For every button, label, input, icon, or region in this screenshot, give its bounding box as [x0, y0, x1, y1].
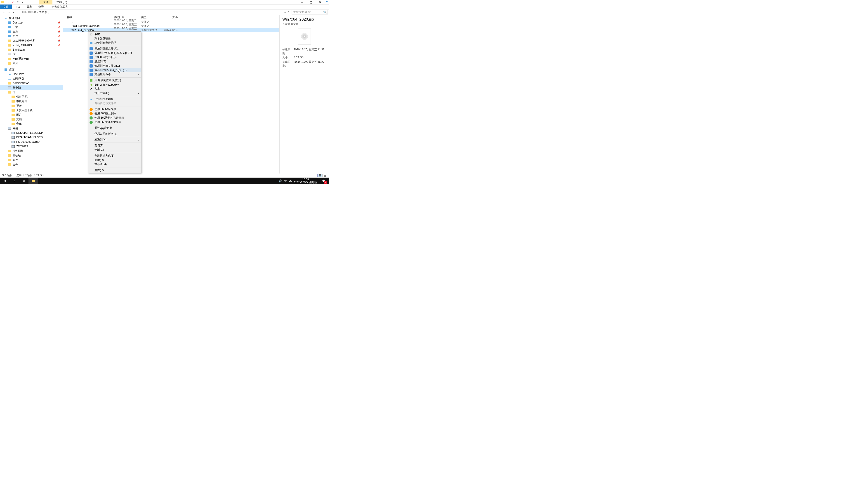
close-icon[interactable]: ✕	[11, 0, 14, 4]
menu-item[interactable]: ↗ 共享	[88, 87, 141, 91]
tree-item[interactable]: ☁ OneDrive	[0, 72, 63, 76]
view-details-button[interactable]: ☰	[317, 174, 322, 177]
refresh-icon[interactable]: ⟳	[287, 11, 290, 14]
breadcrumb[interactable]: › 此电脑 › 文档 (E:) › ⌄ ⟳	[21, 10, 291, 14]
tree-item[interactable]: 此电脑	[0, 86, 63, 90]
tree-item[interactable]: 文档📌	[0, 29, 63, 34]
back-button[interactable]: ←	[1, 10, 6, 14]
help-button[interactable]: ?	[324, 0, 329, 4]
tree-item[interactable]: YUNQISHI2019📌	[0, 43, 63, 47]
menu-item[interactable]: 刻录光盘映像	[88, 36, 141, 41]
menu-item[interactable]: 用 蜂蜜浏览器 浏览(3)	[88, 78, 141, 83]
up-button[interactable]: ↑	[16, 10, 20, 14]
chevron-down-icon[interactable]: ⌄	[284, 11, 286, 14]
ribbon-context-tab[interactable]: 管理	[39, 0, 53, 4]
menu-item[interactable]: 通过QQ发送到	[88, 126, 141, 130]
view-icons-button[interactable]: ▦	[322, 174, 327, 177]
column-size[interactable]: 大小	[164, 15, 180, 19]
tree-item[interactable]: 图片	[0, 112, 63, 117]
network-icon[interactable]: 🖧	[289, 180, 292, 183]
column-date[interactable]: 修改日期	[114, 15, 141, 19]
volume-icon[interactable]: 🔊	[278, 180, 282, 183]
menu-item[interactable]: ◆ Edit with Notepad++	[88, 83, 141, 87]
menu-item[interactable]: 复制(C)	[88, 148, 141, 152]
tree-item[interactable]: 文件	[0, 162, 63, 167]
tree-item[interactable]: ☁ WPS网盘	[0, 76, 63, 81]
tree-item[interactable]: Bandicam	[0, 47, 63, 52]
tree-item[interactable]: 保存的图片	[0, 94, 63, 99]
ime-indicator[interactable]: 中	[284, 179, 287, 183]
ribbon-tab-share[interactable]: 共享	[24, 4, 35, 9]
tree-item[interactable]: G:\	[0, 52, 63, 57]
file-row[interactable]: 1 2020/12/15, 星期二 1...文件夹	[63, 20, 279, 24]
maximize-button[interactable]: ▢	[307, 0, 315, 4]
menu-item[interactable]: 还原以前的版本(V)	[88, 132, 141, 136]
menu-item[interactable]: 解压到当前文件夹(X)	[88, 64, 141, 68]
tree-item[interactable]: 文档	[0, 117, 63, 122]
start-button[interactable]: ⊞	[0, 177, 9, 184]
tree-item[interactable]: 图片📌	[0, 34, 63, 38]
tree-item[interactable]: excel表格制作求和📌	[0, 38, 63, 43]
forward-button[interactable]: →	[7, 10, 11, 14]
tree-desktop[interactable]: 桌面	[0, 67, 63, 72]
menu-item[interactable]: 剪切(T)	[88, 143, 141, 148]
save-icon[interactable]: ▭	[6, 0, 9, 4]
menu-item[interactable]: 添加到 "Win7x64_2020.zip" (T)	[88, 51, 141, 55]
clock[interactable]: 16:32 2020/12/25, 星期五	[294, 178, 317, 184]
tree-item[interactable]: Administrator	[0, 81, 63, 86]
menu-item[interactable]: 创建快捷方式(S)	[88, 154, 141, 158]
tree-item[interactable]: 软件	[0, 158, 63, 162]
menu-item[interactable]: 其他压缩命令 ▸	[88, 72, 141, 76]
tree-item[interactable]: 视频	[0, 103, 63, 108]
menu-item[interactable]: 使用 360管理右键菜单	[88, 120, 141, 124]
minimize-button[interactable]: ―	[298, 0, 307, 4]
tree-item[interactable]: 库	[0, 90, 63, 94]
close-button[interactable]: ✕	[315, 0, 324, 4]
menu-item[interactable]: ☁ 上传到百度网盘	[88, 97, 141, 101]
menu-item[interactable]: 解压到(F)...	[88, 59, 141, 64]
dropdown-icon[interactable]: ▾	[21, 0, 24, 4]
tree-item[interactable]: 下载📌	[0, 25, 63, 29]
tree-item[interactable]: ZMT2019	[0, 144, 63, 149]
tree-item[interactable]: DESKTOP-NJEU3CG	[0, 135, 63, 140]
menu-item[interactable]: 使用 360进行木马云查杀	[88, 116, 141, 120]
tree-item[interactable]: win7重装win7	[0, 57, 63, 61]
tree-item[interactable]: 天翼云盘下载	[0, 108, 63, 112]
search-button[interactable]: ⌕	[9, 177, 19, 184]
menu-item[interactable]: 上传到有道云笔记	[88, 41, 141, 45]
tree-quick-access[interactable]: ★ 快速访问	[0, 16, 63, 20]
undo-icon[interactable]: ↶	[16, 0, 20, 4]
column-name[interactable]: 名称	[63, 15, 114, 19]
ribbon-tab-view[interactable]: 查看	[35, 4, 47, 9]
tree-item[interactable]: 图片	[0, 61, 63, 66]
menu-item[interactable]: 属性(R)	[88, 168, 141, 172]
explorer-taskbar-button[interactable]	[29, 177, 38, 184]
task-view-button[interactable]: ⧉	[19, 177, 29, 184]
column-type[interactable]: 类型	[141, 15, 164, 19]
menu-item[interactable]: 装载	[88, 32, 141, 36]
menu-item[interactable]: 删除(D)	[88, 158, 141, 162]
notification-button[interactable]: 💬 3	[320, 177, 328, 184]
tree-item[interactable]: DESKTOP-LSSOEDP	[0, 131, 63, 135]
ribbon-tab-home[interactable]: 主页	[12, 4, 24, 9]
menu-item[interactable]: 使用 360强力删除	[88, 111, 141, 116]
menu-item[interactable]: 发送到(N) ▸	[88, 138, 141, 142]
tree-item[interactable]: Desktop📌	[0, 20, 63, 25]
breadcrumb-segment[interactable]: 文档 (E:)	[38, 10, 50, 14]
tree-item[interactable]: 控制面板	[0, 149, 63, 153]
tree-item[interactable]: PC-20190530OBLA	[0, 140, 63, 144]
tree-network[interactable]: 网络	[0, 126, 63, 131]
menu-item[interactable]: 打开方式(H) ▸	[88, 91, 141, 95]
tree-item[interactable]: 音乐	[0, 122, 63, 126]
menu-item[interactable]: 解压到 Win7x64_2020\ (E)	[88, 68, 141, 72]
menu-item[interactable]: 用360压缩打开(Q)	[88, 55, 141, 59]
ribbon-tab-disc-tools[interactable]: 光盘映像工具	[49, 4, 71, 9]
menu-item[interactable]: 添加到压缩文件(A)...	[88, 46, 141, 51]
menu-item[interactable]: 使用 360解除占用	[88, 107, 141, 111]
menu-item[interactable]: 重命名(M)	[88, 162, 141, 166]
breadcrumb-segment[interactable]: 此电脑	[28, 10, 37, 14]
tree-item[interactable]: 本机照片	[0, 99, 63, 103]
tree-item[interactable]: 回收站	[0, 153, 63, 158]
search-input[interactable]: 搜索"文档 (E:)" 🔍	[291, 10, 328, 14]
recent-dropdown[interactable]: ▾	[12, 10, 15, 14]
